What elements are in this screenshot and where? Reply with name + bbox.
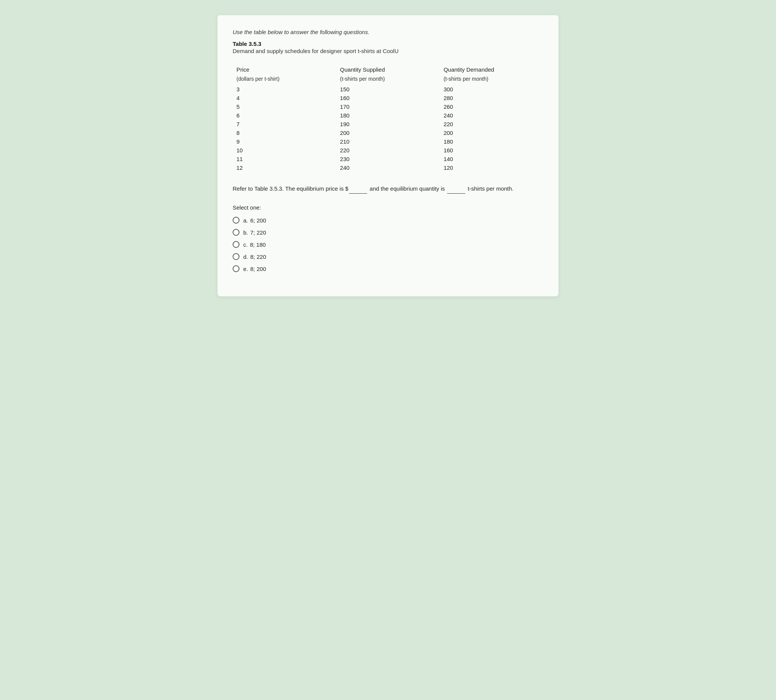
table-row: 4160280 bbox=[233, 93, 543, 102]
cell-demanded: 280 bbox=[440, 93, 543, 102]
cell-demanded: 300 bbox=[440, 85, 543, 93]
col-price-subheader: (dollars per t-shirt) bbox=[233, 74, 336, 85]
table-row: 5170260 bbox=[233, 102, 543, 111]
cell-price: 11 bbox=[233, 155, 336, 163]
table-row: 12240120 bbox=[233, 163, 543, 172]
radio-button[interactable] bbox=[233, 229, 240, 236]
table-caption: Demand and supply schedules for designer… bbox=[233, 48, 543, 54]
option-item[interactable]: b.7; 220 bbox=[233, 229, 543, 236]
cell-supplied: 220 bbox=[336, 146, 440, 155]
cell-price: 10 bbox=[233, 146, 336, 155]
cell-price: 6 bbox=[233, 111, 336, 120]
table-body: 3150300416028051702606180240719022082002… bbox=[233, 85, 543, 172]
radio-button[interactable] bbox=[233, 217, 240, 223]
cell-supplied: 230 bbox=[336, 155, 440, 163]
cell-demanded: 140 bbox=[440, 155, 543, 163]
option-letter: e. bbox=[243, 266, 248, 272]
col-demanded-header: Quantity Demanded bbox=[440, 65, 543, 74]
cell-price: 5 bbox=[233, 102, 336, 111]
price-blank bbox=[349, 184, 367, 194]
cell-demanded: 120 bbox=[440, 163, 543, 172]
cell-demanded: 180 bbox=[440, 137, 543, 146]
cell-supplied: 240 bbox=[336, 163, 440, 172]
cell-supplied: 160 bbox=[336, 93, 440, 102]
table-row: 6180240 bbox=[233, 111, 543, 120]
radio-button[interactable] bbox=[233, 265, 240, 272]
col-demanded-subheader: (t-shirts per month) bbox=[440, 74, 543, 85]
cell-demanded: 220 bbox=[440, 120, 543, 128]
cell-price: 4 bbox=[233, 93, 336, 102]
cell-demanded: 260 bbox=[440, 102, 543, 111]
table-row: 9210180 bbox=[233, 137, 543, 146]
option-item[interactable]: d.8; 220 bbox=[233, 253, 543, 260]
question-text: Refer to Table 3.5.3. The equilibrium pr… bbox=[233, 184, 543, 194]
option-item[interactable]: c.8; 180 bbox=[233, 241, 543, 248]
col-price-header: Price bbox=[233, 65, 336, 74]
cell-price: 12 bbox=[233, 163, 336, 172]
cell-price: 7 bbox=[233, 120, 336, 128]
cell-supplied: 150 bbox=[336, 85, 440, 93]
cell-price: 3 bbox=[233, 85, 336, 93]
data-table: Price Quantity Supplied Quantity Demande… bbox=[233, 65, 543, 172]
select-label: Select one: bbox=[233, 204, 543, 211]
option-value: 8; 180 bbox=[250, 242, 266, 248]
option-value: 8; 220 bbox=[250, 253, 266, 260]
options-list: a.6; 200b.7; 220c.8; 180d.8; 220e.8; 200 bbox=[233, 217, 543, 272]
main-card: Use the table below to answer the follow… bbox=[218, 15, 558, 297]
option-value: 8; 200 bbox=[250, 266, 266, 272]
radio-button[interactable] bbox=[233, 253, 240, 260]
cell-supplied: 180 bbox=[336, 111, 440, 120]
cell-price: 8 bbox=[233, 128, 336, 137]
table-row: 11230140 bbox=[233, 155, 543, 163]
table-row: 3150300 bbox=[233, 85, 543, 93]
quantity-blank bbox=[447, 184, 465, 194]
radio-button[interactable] bbox=[233, 241, 240, 248]
cell-demanded: 240 bbox=[440, 111, 543, 120]
table-row: 10220160 bbox=[233, 146, 543, 155]
col-supplied-subheader: (t-shirts per month) bbox=[336, 74, 440, 85]
table-row: 7190220 bbox=[233, 120, 543, 128]
col-supplied-header: Quantity Supplied bbox=[336, 65, 440, 74]
cell-price: 9 bbox=[233, 137, 336, 146]
option-letter: d. bbox=[243, 253, 248, 260]
instruction-text: Use the table below to answer the follow… bbox=[233, 29, 543, 35]
cell-supplied: 200 bbox=[336, 128, 440, 137]
cell-demanded: 160 bbox=[440, 146, 543, 155]
option-value: 7; 220 bbox=[250, 229, 266, 236]
table-label: Table 3.5.3 bbox=[233, 40, 543, 47]
option-letter: b. bbox=[243, 229, 248, 236]
option-value: 6; 200 bbox=[250, 217, 266, 223]
cell-supplied: 190 bbox=[336, 120, 440, 128]
table-header-row: Price Quantity Supplied Quantity Demande… bbox=[233, 65, 543, 74]
cell-supplied: 210 bbox=[336, 137, 440, 146]
cell-supplied: 170 bbox=[336, 102, 440, 111]
option-item[interactable]: e.8; 200 bbox=[233, 265, 543, 272]
table-subheader-row: (dollars per t-shirt) (t-shirts per mont… bbox=[233, 74, 543, 85]
table-row: 8200200 bbox=[233, 128, 543, 137]
option-letter: a. bbox=[243, 217, 248, 223]
option-letter: c. bbox=[243, 242, 248, 248]
cell-demanded: 200 bbox=[440, 128, 543, 137]
option-item[interactable]: a.6; 200 bbox=[233, 217, 543, 223]
